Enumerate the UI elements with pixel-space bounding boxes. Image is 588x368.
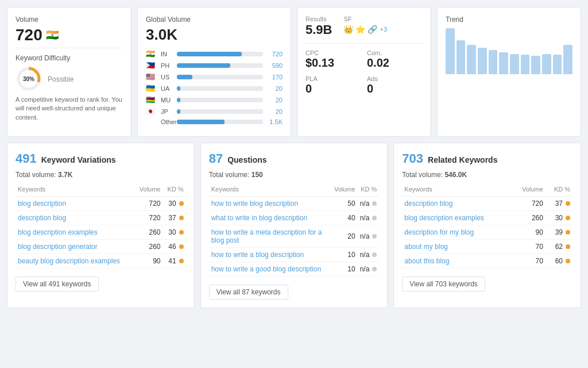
keyword-cell[interactable]: blog description examples: [16, 225, 134, 240]
volume-cell: 90: [134, 254, 163, 269]
table-row: blog description generator 260 46: [16, 240, 186, 254]
kd-donut: 30%: [16, 66, 42, 92]
kd-dot: [566, 230, 570, 235]
other-label: Other: [161, 118, 173, 125]
ads-label: Ads: [367, 75, 423, 82]
trend-bar: [467, 45, 476, 74]
keyword-cell[interactable]: description for my blog: [402, 225, 512, 240]
kd-possible: Possible: [48, 75, 74, 83]
cpc-value: $0.13: [305, 56, 361, 70]
country-bar: [177, 98, 180, 102]
other-num: 1.5K: [266, 118, 283, 125]
table-row: blog description examples 260 30: [402, 211, 572, 225]
trend-bar: [553, 55, 562, 74]
volume-cell: 10: [332, 248, 358, 262]
kd-cell: 41: [163, 254, 186, 269]
volume-cell: 720: [134, 211, 163, 225]
kd-cell: n/a: [358, 262, 380, 277]
country-row: 🇮🇳 IN 720: [146, 49, 283, 58]
table-row: about my blog 70 62: [402, 240, 572, 254]
view-all-variations-button[interactable]: View all 491 keywords: [16, 277, 99, 292]
variations-section: 491 Keyword Variations Total volume: 3.7…: [7, 143, 195, 308]
cpc-label: CPC: [305, 49, 361, 56]
keyword-cell[interactable]: blog description examples: [402, 211, 512, 225]
trend-bar: [499, 52, 508, 74]
country-num: 720: [266, 51, 283, 57]
country-flag: 🇺🇦: [146, 84, 157, 93]
keyword-cell[interactable]: what to write in blog description: [209, 211, 332, 225]
keyword-cell[interactable]: about this blog: [402, 254, 512, 269]
trend-label: Trend: [446, 16, 572, 24]
volume-cell: 20: [332, 225, 358, 248]
volume-card: Volume 720 🇮🇳 Keyword Difficulty 30%: [7, 7, 131, 137]
kd-section: Keyword Difficulty 30% Possible A compet…: [16, 54, 123, 122]
country-code: JP: [161, 108, 173, 115]
kd-dot: [566, 216, 570, 220]
trend-card: Trend: [437, 7, 581, 137]
volume-cell: 260: [134, 240, 163, 254]
variations-count: 491: [16, 151, 37, 166]
keyword-cell[interactable]: description blog: [16, 211, 134, 225]
global-label: Global Volume: [146, 16, 283, 24]
table-row: how to write a meta description for a bl…: [209, 225, 380, 248]
kd-dot: [179, 201, 184, 206]
volume-flag: 🇮🇳: [46, 29, 59, 41]
table-row: how to write blog description 50 n/a: [209, 197, 380, 211]
results-label: Results: [305, 16, 332, 22]
kd-dot: [372, 234, 377, 239]
kd-cell: n/a: [358, 225, 380, 248]
kd-cell: n/a: [358, 248, 380, 262]
view-all-related-button[interactable]: View all 703 keywords: [402, 277, 485, 292]
country-row: 🇲🇺 MU 20: [146, 95, 283, 104]
keyword-cell[interactable]: beauty blog description examples: [16, 254, 134, 269]
other-row: Other 1.5K: [146, 118, 283, 125]
kd-cell: 60: [546, 254, 572, 269]
keyword-cell[interactable]: how to write a meta description for a bl…: [209, 225, 332, 248]
volume-cell: 70: [512, 254, 546, 269]
country-num: 20: [266, 85, 283, 92]
questions-title: Questions: [227, 155, 266, 164]
country-bar: [177, 63, 230, 68]
country-flag: 🇯🇵: [146, 107, 157, 116]
questions-table: Keywords Volume KD % how to write blog d…: [209, 183, 380, 277]
trend-bar: [457, 40, 466, 74]
results-top: Results 5.9B SF 👑 ⭐ 🔗 +3: [305, 16, 423, 44]
related-section: 703 Related Keywords Total volume: 546.0…: [393, 143, 581, 308]
country-flag: 🇲🇺: [146, 95, 157, 104]
country-code: UA: [161, 85, 173, 92]
keyword-cell[interactable]: description blog: [402, 197, 512, 211]
bottom-row: 491 Keyword Variations Total volume: 3.7…: [7, 143, 581, 308]
country-row: 🇺🇦 UA 20: [146, 84, 283, 93]
keyword-cell[interactable]: how to write a good blog description: [209, 262, 332, 277]
volume-cell: 50: [332, 197, 358, 211]
questions-section: 87 Questions Total volume: 150 Keywords …: [200, 143, 388, 308]
kd-dot: [372, 216, 377, 220]
ads-value: 0: [367, 82, 423, 95]
variations-title: Keyword Variations: [41, 155, 116, 164]
keyword-cell[interactable]: about my blog: [402, 240, 512, 254]
kd-cell: 39: [546, 225, 572, 240]
trend-bar: [531, 56, 540, 74]
keyword-cell[interactable]: blog description generator: [16, 240, 134, 254]
keyword-cell[interactable]: blog description: [16, 197, 134, 211]
view-all-questions-button[interactable]: View all 87 keywords: [209, 285, 288, 300]
table-row: blog description 720 30: [16, 197, 186, 211]
ads-block: Ads 0: [367, 75, 423, 95]
volume-cell: 720: [134, 197, 163, 211]
trend-bar: [563, 45, 572, 74]
related-count: 703: [402, 151, 423, 166]
volume-cell: 90: [512, 225, 546, 240]
trend-bar: [489, 50, 498, 74]
trend-bar: [521, 55, 530, 74]
keyword-cell[interactable]: how to write blog description: [209, 197, 332, 211]
volume-cell: 40: [332, 211, 358, 225]
kd-dot: [372, 267, 377, 271]
trend-chart: [446, 28, 572, 74]
sf-plus: +3: [380, 26, 387, 33]
kd-cell: 37: [546, 197, 572, 211]
com-value: 0.02: [367, 56, 423, 70]
kd-title: Keyword Difficulty: [16, 54, 123, 62]
country-flag: 🇺🇸: [146, 72, 157, 81]
questions-vol: Total volume: 150: [209, 171, 380, 179]
keyword-cell[interactable]: how to write a blog description: [209, 248, 332, 262]
